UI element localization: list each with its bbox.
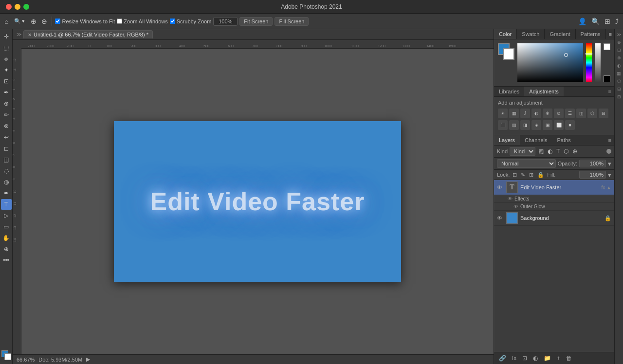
adj-hsl-icon[interactable]: ⊚	[554, 109, 564, 118]
link-layers-btn[interactable]: 🔗	[497, 354, 508, 363]
clone-stamp-tool[interactable]: ⊗	[1, 121, 12, 131]
opacity-arrow[interactable]: ▾	[608, 160, 611, 167]
new-layer-btn[interactable]: +	[555, 354, 562, 363]
adj-panel-menu[interactable]: ≡	[605, 87, 614, 96]
tab-color[interactable]: Color	[494, 29, 517, 39]
adj-exposure-icon[interactable]: ◐	[531, 109, 541, 118]
color-panel-menu[interactable]: ≡	[606, 29, 615, 39]
layers-panel-menu[interactable]: ≡	[605, 135, 614, 145]
tab-swatches[interactable]: Swatch	[517, 29, 545, 39]
background-swatch[interactable]	[503, 48, 514, 60]
vert-tool-2[interactable]: ⊡	[616, 47, 623, 54]
tab-libraries[interactable]: Libraries	[494, 87, 524, 96]
resize-windows-label[interactable]: Resize Windows to Fit	[55, 18, 115, 24]
layers-filter-adj[interactable]: ◐	[547, 147, 553, 155]
tab-layers[interactable]: Layers	[494, 135, 520, 145]
layer-outer-glow-row[interactable]: 👁 Outer Glow	[494, 203, 614, 211]
adj-gradient-icon[interactable]: ▣	[543, 120, 552, 130]
opacity-input[interactable]	[579, 160, 606, 167]
lock-position-btn[interactable]: ✎	[520, 171, 526, 179]
path-select-tool[interactable]: ▷	[1, 210, 12, 221]
layer-fx-badge[interactable]: fx ▲	[602, 185, 611, 190]
zoom-all-label[interactable]: Zoom All Windows	[117, 18, 167, 24]
vert-tool-4[interactable]: ◐	[616, 62, 623, 69]
blend-mode-select[interactable]: Normal	[497, 159, 556, 168]
vert-tool-1[interactable]: ⊕	[616, 39, 623, 46]
layout-icon-button[interactable]: ⊞	[603, 16, 612, 27]
tab-channels[interactable]: Channels	[520, 135, 552, 145]
adj-curves-icon[interactable]: ⤴	[520, 109, 530, 118]
alpha-strip[interactable]	[595, 43, 601, 82]
vert-btn-1[interactable]: ≫	[616, 31, 623, 38]
vert-tool-5[interactable]: ▦	[616, 70, 623, 77]
shape-tool[interactable]: ▭	[1, 221, 12, 232]
scrubby-zoom-label[interactable]: Scrubby Zoom	[170, 18, 212, 24]
brush-tool[interactable]: ✏	[1, 109, 12, 120]
zoom-tool[interactable]: ⊕	[1, 244, 12, 255]
layer-eye-bg[interactable]: 👁	[497, 215, 504, 221]
lock-pixels-btn[interactable]: ⊡	[512, 171, 518, 179]
zoom-out-button[interactable]: ⊖	[40, 16, 49, 27]
tab-paths[interactable]: Paths	[552, 135, 576, 145]
new-group-btn[interactable]: 📁	[542, 354, 553, 363]
adj-colorbalance-icon[interactable]: ☰	[565, 109, 575, 118]
zoom-input[interactable]	[213, 17, 238, 26]
color-spectrum[interactable]	[517, 43, 583, 82]
eyedropper-tool[interactable]: ✒	[1, 87, 12, 98]
fill-arrow[interactable]: ▾	[608, 171, 611, 179]
tab-gradient[interactable]: Gradient	[545, 29, 575, 39]
adj-colorlookup-icon[interactable]: ⊟	[599, 109, 608, 118]
delete-layer-btn[interactable]: 🗑	[564, 354, 574, 363]
document-tab[interactable]: ✕ Untitled-1 @ 66.7% (Edit Video Faster,…	[23, 30, 153, 38]
more-tools[interactable]: •••	[1, 255, 12, 266]
adj-solidcolor-icon[interactable]: ■	[565, 120, 575, 130]
move-tool[interactable]: ✛	[1, 31, 12, 42]
adj-threshold-icon[interactable]: ◨	[520, 120, 530, 130]
lasso-tool[interactable]: ⌾	[1, 54, 12, 64]
filter-toggle-dot[interactable]	[606, 149, 611, 154]
blur-tool[interactable]: ◌	[1, 165, 12, 176]
layers-filter-shape[interactable]: ⬡	[563, 147, 569, 155]
type-tool active[interactable]: T	[1, 199, 12, 210]
adj-invert-icon[interactable]: ⬛	[498, 120, 508, 130]
fullscreen-button[interactable]	[23, 4, 29, 10]
adj-vibrance-icon[interactable]: ❋	[543, 109, 552, 118]
fill-input[interactable]	[579, 171, 606, 179]
scrubby-zoom-checkbox[interactable]	[170, 18, 175, 24]
close-button[interactable]	[6, 4, 12, 10]
canvas-container[interactable]: -300 -200 -100 0 100 200 300 400 500 600…	[13, 40, 494, 354]
white-swatch[interactable]	[604, 43, 610, 50]
vert-tool-8[interactable]: ⊞	[616, 93, 623, 100]
zoom-in-button[interactable]: ⊕	[29, 16, 38, 27]
adj-brightness-icon[interactable]: ☀	[498, 109, 508, 118]
adj-posterize-icon[interactable]: ▤	[509, 120, 519, 130]
home-button[interactable]: ⌂	[3, 16, 10, 27]
effects-eye[interactable]: 👁	[508, 196, 513, 201]
vert-tool-7[interactable]: ⊟	[616, 86, 623, 92]
layer-text[interactable]: 👁 T Edit Video Faster fx ▲	[494, 180, 614, 195]
search-icon-button[interactable]: 🔍	[590, 16, 601, 27]
magic-wand-tool[interactable]: ✦	[1, 65, 12, 75]
black-swatch[interactable]	[604, 75, 610, 82]
layers-filter-smart[interactable]: ⊕	[571, 147, 578, 155]
zoom-tool-button[interactable]: 🔍 ▾	[12, 17, 27, 26]
dodge-tool[interactable]: ◍	[1, 177, 12, 187]
tab-adjustments[interactable]: Adjustments	[524, 87, 564, 96]
tab-patterns[interactable]: Patterns	[576, 29, 606, 39]
hue-strip[interactable]	[586, 43, 592, 82]
kind-select[interactable]: Kind	[510, 147, 535, 156]
pen-tool[interactable]: ✒	[1, 188, 12, 199]
gradient-tool[interactable]: ◫	[1, 154, 12, 165]
vert-tool-3[interactable]: ⊗	[616, 55, 623, 61]
share-icon-button[interactable]: ⤴	[614, 16, 620, 27]
adj-pattern-icon[interactable]: ⬜	[554, 120, 564, 130]
layer-eye-text[interactable]: 👁	[497, 184, 504, 190]
add-mask-btn[interactable]: ⊡	[520, 354, 529, 363]
panel-collapse-left[interactable]: ≫	[15, 32, 23, 37]
eraser-tool[interactable]: ◻	[1, 143, 12, 154]
zoom-all-checkbox[interactable]	[117, 18, 122, 24]
user-icon-button[interactable]: 👤	[577, 16, 588, 27]
hand-tool[interactable]: ✋	[1, 233, 12, 243]
healing-brush-tool[interactable]: ⊕	[1, 98, 12, 109]
fit-screen-button[interactable]: Fit Screen	[239, 17, 273, 26]
